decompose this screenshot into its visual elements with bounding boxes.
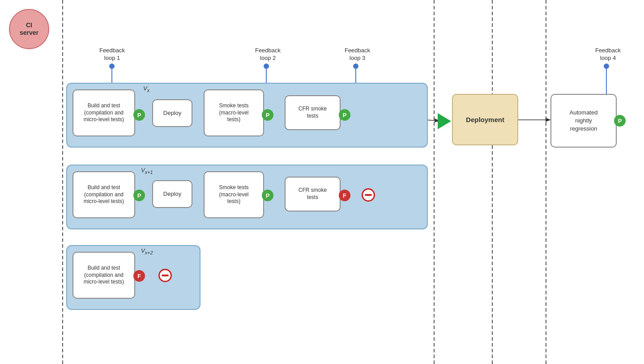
badge-p-row1-cfr: P (339, 109, 350, 121)
diagram-container: CIserver Feedback loop 1 Feedbackloop 2 … (0, 0, 644, 364)
smoke-tests-box-row1: Smoke tests(macro-leveltests) (204, 89, 264, 136)
no-entry-row3 (158, 269, 172, 282)
feedback-loop-3-label: Feedbackloop 3 (343, 47, 372, 62)
ci-server: CIserver (9, 9, 49, 49)
badge-f-row3-build: F (133, 270, 145, 282)
deployment-box: Deployment (452, 94, 518, 145)
cfr-smoke-tests-box-row1: CFR smoketests (285, 95, 341, 130)
version-vx1-label: Vx+1 (141, 167, 153, 175)
nightly-regression-box: Automatednightlyregression (550, 94, 617, 148)
deploy-box-row1: Deploy (152, 99, 192, 127)
play-triangle (438, 113, 451, 129)
svg-point-5 (109, 63, 115, 69)
deploy-box-row2: Deploy (152, 180, 192, 208)
badge-f-row2-cfr: F (339, 190, 350, 201)
no-entry-row2 (362, 188, 375, 202)
badge-p-nightly: P (614, 115, 626, 127)
badge-p-row2-build: P (133, 190, 145, 201)
version-vx2-label: Vx+2 (141, 247, 153, 255)
feedback-loop-2-label: Feedbackloop 2 (253, 47, 282, 62)
build-test-box-row3: Build and test(compilation andmicro-leve… (73, 252, 135, 299)
build-test-box-row1: Build and test(compilation andmicro-leve… (73, 89, 135, 136)
build-test-box-row2: Build and test(compilation andmicro-leve… (73, 171, 135, 218)
feedback-loop-4-label: Feedbackloop 4 (593, 47, 623, 62)
svg-point-7 (264, 63, 269, 69)
svg-point-11 (604, 63, 609, 69)
smoke-tests-box-row2: Smoke tests(macro-leveltests) (204, 171, 264, 218)
badge-p-row2-smoke: P (262, 190, 273, 201)
cfr-smoke-tests-box-row2: CFR smoketests (285, 177, 341, 212)
badge-p-row1-smoke: P (262, 109, 273, 121)
badge-p-row1-build: P (133, 109, 145, 121)
feedback-loop-1-label: Feedback loop 1 (98, 47, 127, 62)
svg-point-9 (353, 63, 358, 69)
version-vx-label: Vx (143, 85, 149, 93)
